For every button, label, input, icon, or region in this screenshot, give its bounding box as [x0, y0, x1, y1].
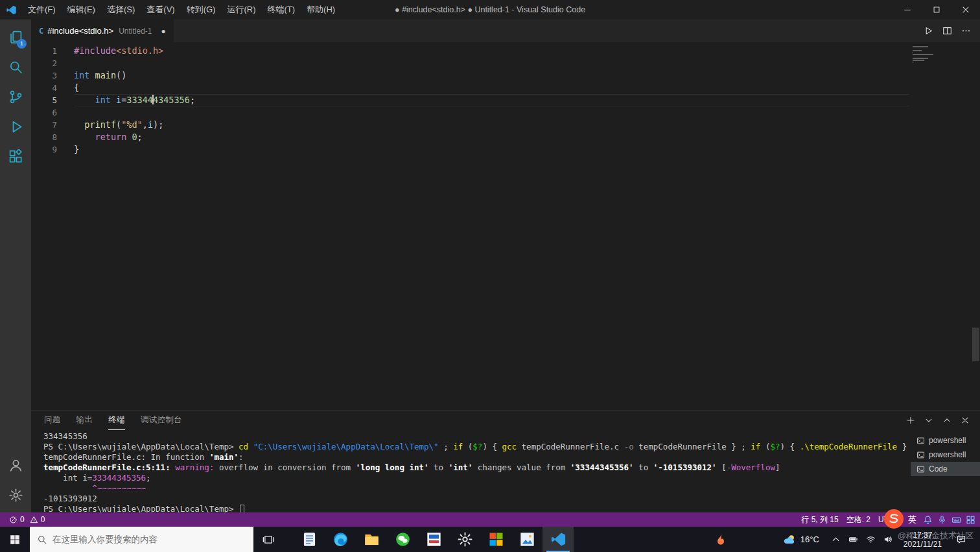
terminal-output[interactable]: 334345356PS C:\Users\wujiale\AppData\Loc…	[31, 430, 911, 512]
maximize-panel-button[interactable]	[942, 416, 951, 425]
volume-button[interactable]	[880, 534, 897, 544]
panel-tab-terminal[interactable]: 终端	[108, 411, 125, 430]
code-editor[interactable]: 1#include<stdio.h>23int main()4{5 int i=…	[31, 42, 980, 410]
menu-item[interactable]: 文件(F)	[22, 4, 62, 16]
magnifier-icon	[37, 534, 47, 545]
terminal-line: tempCodeRunnerFile.c: In function 'main'…	[43, 452, 911, 462]
terminal-list-item[interactable]: powershell	[911, 433, 980, 448]
panel-header: 问题输出终端调试控制台	[31, 411, 980, 430]
terminal-profiles-button[interactable]	[924, 416, 933, 425]
indentation[interactable]: 空格: 2	[843, 514, 874, 525]
panel-tab-debug-console[interactable]: 调试控制台	[141, 411, 182, 430]
activity-source-control[interactable]	[0, 82, 31, 112]
task-view-button[interactable]	[253, 527, 283, 552]
minimap-line	[913, 46, 928, 47]
settings-app-icon	[457, 531, 473, 547]
weather-icon	[783, 533, 796, 546]
maximize-button[interactable]	[922, 0, 951, 19]
terminal-line: ^~~~~~~~~~~	[43, 483, 911, 494]
menu-item[interactable]: 终端(T)	[261, 4, 301, 16]
weather-widget[interactable]: 16°C	[775, 533, 827, 546]
panel-actions	[906, 416, 980, 425]
menu-item[interactable]: 编辑(E)	[62, 4, 101, 16]
menu-item[interactable]: 选择(S)	[101, 4, 141, 16]
menu-item[interactable]: 转到(G)	[181, 4, 222, 16]
clock[interactable]: 17:37 2021/11/21	[897, 531, 948, 549]
activity-accounts[interactable]	[0, 450, 31, 480]
store-app[interactable]	[480, 527, 511, 552]
problems-errors[interactable]: 0 0	[5, 515, 49, 524]
hidden-icons-button[interactable]	[827, 534, 845, 544]
task-view-icon	[262, 534, 274, 546]
search-icon	[8, 60, 23, 75]
split-editor-button[interactable]	[942, 26, 952, 36]
notepad-app[interactable]	[294, 527, 325, 552]
terminal-line: 334345356	[43, 431, 911, 442]
tab-include-stdio[interactable]: C #include<stdio.h> Untitled-1 ●	[31, 19, 174, 42]
minimize-button[interactable]	[892, 0, 922, 19]
file-explorer[interactable]	[356, 527, 387, 552]
window-controls	[892, 0, 980, 19]
panel-tab-output[interactable]: 输出	[76, 411, 93, 430]
activity-run-and-debug[interactable]	[0, 112, 31, 141]
editor-line[interactable]: 6	[31, 106, 980, 119]
menu-item[interactable]: 运行(R)	[221, 4, 261, 16]
photos-app-icon	[519, 531, 535, 547]
cursor-position[interactable]: 行 5, 列 15	[797, 514, 842, 525]
ime-toolbox-button[interactable]	[963, 515, 977, 525]
error-count: 0	[20, 515, 25, 524]
soft-keyboard-button[interactable]	[949, 515, 963, 525]
editor-scrollbar[interactable]	[972, 328, 979, 361]
extensions-icon	[8, 149, 23, 164]
more-actions-button[interactable]	[961, 26, 971, 36]
editor-line[interactable]: 2	[31, 57, 980, 69]
taskbar-search[interactable]	[30, 527, 253, 552]
new-terminal-button[interactable]	[906, 416, 915, 425]
close-panel-button[interactable]	[961, 416, 970, 425]
wechat-app[interactable]	[387, 527, 418, 552]
run-file-button[interactable]	[924, 26, 933, 36]
battery-button[interactable]	[845, 534, 862, 544]
menu-item[interactable]: 查看(V)	[141, 4, 180, 16]
tab-label: #include<stdio.h>	[47, 26, 113, 36]
notification-bell-button[interactable]	[920, 515, 935, 525]
activity-extensions[interactable]	[0, 141, 31, 171]
menu-item[interactable]: 帮助(H)	[301, 4, 341, 16]
panel-tab-problems[interactable]: 问题	[44, 411, 61, 430]
plus-icon	[906, 416, 915, 425]
start-button[interactable]	[0, 527, 30, 552]
editor-line[interactable]: 8 return 0;	[31, 131, 980, 143]
activity-search[interactable]	[0, 52, 31, 82]
isp-app[interactable]	[418, 527, 449, 552]
close-button[interactable]	[951, 0, 980, 19]
edge-browser[interactable]	[325, 527, 356, 552]
vscode-app[interactable]	[542, 527, 574, 552]
search-input[interactable]	[52, 534, 246, 544]
ime-mode-indicator[interactable]: 英	[904, 514, 920, 525]
search-icon	[37, 534, 47, 545]
line-number: 2	[31, 57, 57, 69]
terminal-list: powershellpowershellCode	[911, 430, 980, 512]
editor-line[interactable]: 5 int i=333444345356;	[31, 94, 980, 106]
date: 2021/11/21	[904, 540, 942, 549]
network-button[interactable]	[862, 534, 880, 544]
accounts-icon	[8, 458, 23, 473]
activity-explorer[interactable]: 1	[0, 22, 31, 52]
terminal-list-item[interactable]: Code	[911, 462, 980, 476]
error-icon	[9, 516, 18, 524]
microphone-button[interactable]	[935, 515, 949, 525]
settings-app[interactable]	[449, 527, 480, 552]
minimap-line	[913, 54, 933, 55]
security-app[interactable]	[708, 533, 734, 547]
terminal-list-item[interactable]: powershell	[911, 448, 980, 462]
editor-line[interactable]: 1#include<stdio.h>	[31, 45, 980, 57]
activity-manage[interactable]	[0, 480, 31, 510]
editor-line[interactable]: 9}	[31, 143, 980, 156]
photos-app[interactable]	[511, 527, 542, 552]
error-icon	[9, 516, 18, 524]
action-center-button[interactable]	[948, 534, 974, 545]
editor-line[interactable]: 3int main()	[31, 69, 980, 82]
minimap[interactable]	[913, 46, 971, 64]
editor-line[interactable]: 4{	[31, 82, 980, 94]
editor-line[interactable]: 7 printf("%d",i);	[31, 119, 980, 131]
